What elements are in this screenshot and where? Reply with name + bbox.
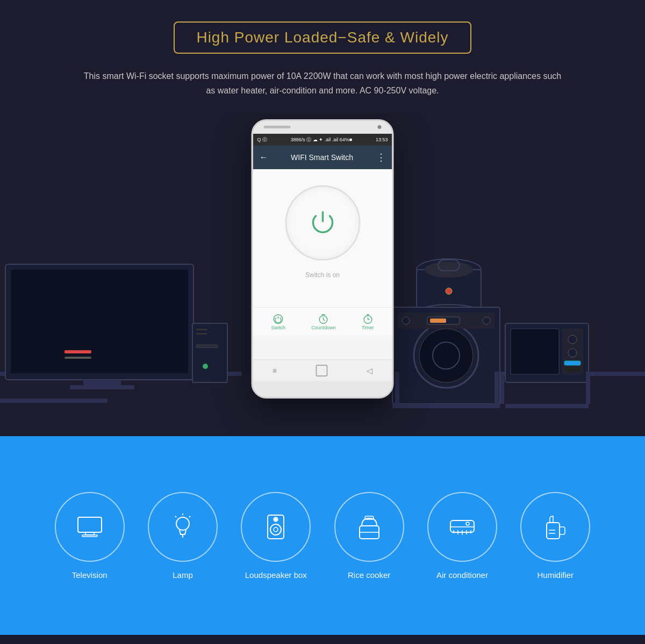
svg-rect-3 [392,399,500,403]
svg-rect-72 [560,527,565,534]
power-button[interactable] [285,185,360,261]
menu-icon[interactable]: ⋮ [376,151,386,163]
svg-rect-38 [564,367,580,372]
top-section: High Power Loaded−Safe & Widely This sma… [0,0,645,114]
bottom-section: Television Lamp [0,436,645,635]
phone-device: Q ⓒ 3886/s ⓒ ☁ ✦ .ail .ail 64%■ 13:53 ← … [252,119,394,399]
status-bar: Q ⓒ 3886/s ⓒ ☁ ✦ .ail .ail 64%■ 13:53 [253,134,392,146]
phone-container: Q ⓒ 3886/s ⓒ ☁ ✦ .ail .ail 64%■ 13:53 ← … [252,119,394,399]
appliance-label-rice-cooker: Rice cooker [348,570,390,580]
app-content: Switch is on Switch [253,169,392,336]
svg-rect-21 [438,260,460,271]
appliance-item-television: Television [55,492,125,580]
nav-home-btn[interactable] [316,365,328,377]
svg-point-26 [433,342,460,369]
svg-rect-23 [392,307,500,404]
switch-status: Switch is on [305,271,340,279]
middle-section: Q ⓒ 3886/s ⓒ ☁ ✦ .ail .ail 64%■ 13:53 ← … [0,114,645,436]
app-bar: ← WIFI Smart Switch ⋮ [253,146,392,169]
appliance-item-lamp: Lamp [148,492,218,580]
svg-point-57 [274,527,278,532]
nav-switch-label: Switch [271,325,286,330]
svg-rect-33 [511,329,559,374]
svg-rect-13 [196,329,207,330]
svg-point-28 [402,317,410,324]
nav-back-btn[interactable]: ≡ [273,366,277,375]
svg-rect-5 [586,372,590,404]
svg-point-29 [483,317,490,324]
svg-rect-0 [0,372,242,376]
svg-rect-11 [64,357,91,359]
svg-rect-43 [586,372,590,404]
appliance-circle-air-conditioner [427,492,497,562]
svg-point-17 [417,259,481,280]
nav-timer-label: Timer [362,325,374,330]
appliance-label-television: Television [72,570,108,580]
status-time: 13:53 [376,137,388,142]
phone-camera [378,125,382,129]
svg-point-70 [466,522,469,525]
svg-rect-27 [398,313,494,329]
svg-point-56 [270,524,281,535]
appliance-circle-television [55,492,125,562]
svg-point-15 [203,364,208,369]
svg-point-24 [414,323,478,388]
appliance-item-air-conditioner: Air conditioner [427,492,497,580]
appliance-label-humidifier: Humidifier [538,570,574,580]
svg-rect-40 [505,404,589,408]
svg-point-22 [446,288,452,294]
svg-rect-16 [196,345,218,348]
phone-nav-bar: ≡ ◁ [253,359,392,381]
svg-rect-47 [78,517,102,532]
title-box: High Power Loaded−Safe & Widely [174,21,471,54]
appliance-circle-lamp [148,492,218,562]
appliance-circle-humidifier [520,492,590,562]
status-icons: Q ⓒ [257,136,268,143]
svg-rect-32 [505,323,589,382]
svg-point-50 [176,517,189,530]
bottom-nav: Switch Countdown [253,307,392,336]
svg-rect-10 [64,350,91,353]
svg-rect-30 [427,317,460,324]
svg-rect-12 [192,323,227,382]
svg-point-35 [568,335,577,344]
svg-rect-7 [11,270,188,373]
appliance-label-lamp: Lamp [173,570,193,580]
svg-point-19 [417,305,481,321]
nav-timer[interactable]: Timer [362,313,374,330]
appliance-item-loudspeaker: Loudspeaker box [241,492,311,580]
svg-rect-1 [392,372,645,376]
svg-rect-6 [5,264,194,380]
svg-point-20 [425,262,473,278]
appliances-grid: Television Lamp [43,492,602,580]
status-signal: 3886/s ⓒ ☁ ✦ .ail .ail 64%■ [291,136,352,143]
svg-line-54 [189,516,190,517]
svg-line-53 [175,516,176,517]
svg-rect-39 [392,404,500,408]
nav-recent-btn[interactable]: ◁ [367,366,372,375]
svg-rect-4 [500,372,504,404]
back-icon[interactable]: ← [260,153,268,162]
svg-rect-49 [82,535,97,537]
svg-rect-8 [83,380,121,385]
nav-countdown[interactable]: Countdown [311,313,336,330]
appliance-label-loudspeaker: Loudspeaker box [245,570,307,580]
svg-rect-42 [494,372,499,404]
svg-point-59 [275,518,277,520]
phone-screen: Q ⓒ 3886/s ⓒ ☁ ✦ .ail .ail 64%■ 13:53 ← … [253,134,392,359]
svg-rect-9 [70,385,134,389]
description-text: This smart Wi-Fi socket supports maximum… [81,69,564,98]
svg-rect-14 [196,333,207,335]
appliance-circle-rice-cooker [334,492,404,562]
svg-rect-31 [430,319,446,323]
svg-point-36 [568,349,577,357]
appliance-item-humidifier: Humidifier [520,492,590,580]
nav-switch[interactable]: Switch [271,313,286,330]
appliance-item-rice-cooker: Rice cooker [334,492,404,580]
svg-rect-37 [564,361,580,365]
appliance-circle-loudspeaker [241,492,311,562]
page-title: High Power Loaded−Safe & Widely [196,29,448,46]
svg-rect-34 [562,329,583,374]
nav-countdown-label: Countdown [311,325,336,330]
svg-rect-2 [0,399,108,403]
